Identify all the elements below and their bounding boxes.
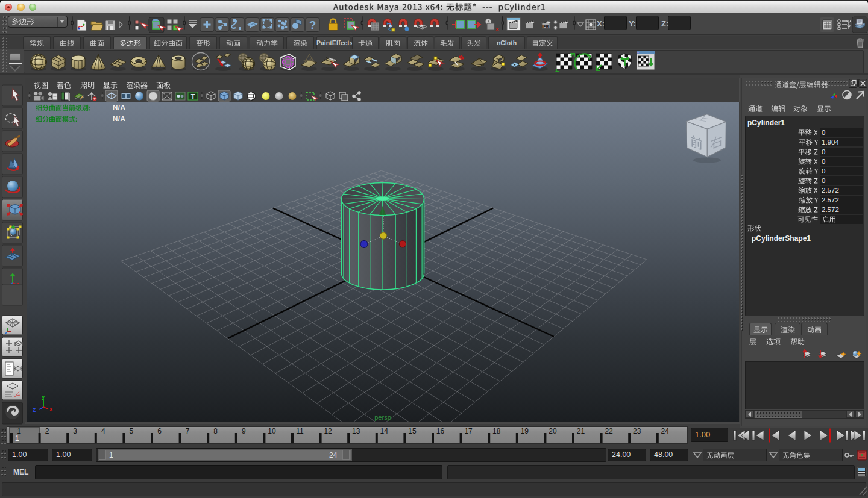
svg-text:?: ? — [309, 19, 316, 31]
svg-text:IPR: IPR — [542, 25, 549, 29]
svg-text:Z: Z — [33, 408, 36, 414]
svg-text:T: T — [191, 93, 195, 100]
svg-text:X: X — [49, 407, 53, 413]
svg-text:x: x — [495, 25, 500, 33]
svg-text:y: y — [42, 394, 45, 400]
